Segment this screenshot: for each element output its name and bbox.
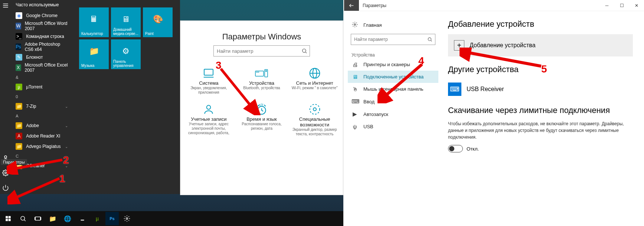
close-button[interactable]: ✕ [629,0,644,11]
app-icon: X [16,64,21,71]
svg-line-36 [12,160,62,169]
annotation-1: 1 [59,173,65,185]
sidebar-section-heading: Устройства [348,50,438,58]
window-title: Параметры [359,3,386,8]
taskbar-app-chrome[interactable]: 🌐 [61,212,74,225]
hamburger-icon[interactable] [2,2,10,10]
start-tile[interactable]: 🎨Paint [143,7,173,37]
letter-heading[interactable]: A [12,112,72,120]
device-label: USB Receiver [467,86,504,93]
taskbar-app-explorer[interactable]: 📁 [46,212,59,225]
svg-point-4 [5,172,7,174]
taskbar-app-utorrent[interactable]: µ [91,212,104,225]
app-icon: 📁 [16,103,22,110]
svg-rect-27 [9,219,11,221]
content-heading-metered: Скачивание через лимитные подключения [448,106,633,115]
keyboard-icon: ⌨ [448,83,461,96]
chevron-down-icon: ⌄ [65,104,68,109]
app-label: Adobe Photoshop CS6 x64 [25,42,68,52]
sidebar-home[interactable]: Главная [348,19,438,32]
chevron-down-icon: ⌄ [65,145,68,149]
app-row[interactable]: ✎Блокнот [12,52,72,62]
svg-point-23 [313,108,316,111]
sidebar-item[interactable]: ψUSB [348,120,438,133]
toggle-switch-off[interactable] [448,145,463,152]
svg-rect-25 [9,216,11,218]
taskbar-app-minimize[interactable] [76,212,89,225]
svg-line-29 [24,220,25,221]
settings-home-search[interactable] [213,45,310,56]
app-icon: ✎ [16,54,22,61]
task-view-button[interactable] [31,212,45,225]
start-tile[interactable]: 🖥Домашний медиа-серве... [111,7,141,37]
device-row[interactable]: ⌨ USB Receiver [448,80,633,99]
tile-icon: ⚙ [121,46,131,56]
app-label: Adobe [26,123,39,128]
search-icon [299,46,310,56]
sidebar-item-icon: 🖱 [352,86,358,92]
app-icon: 📁 [16,143,22,150]
minimize-button[interactable]: ─ [599,0,614,11]
sidebar-item-icon: ⌨ [352,98,358,105]
category-title: Специальные возможности [289,116,340,127]
app-row[interactable]: WMicrosoft Office Word 2007 [12,21,72,31]
settings-category[interactable]: Специальные возможностиЭкранный диктор, … [288,100,341,139]
app-label: Блокнот [26,55,43,60]
settings-home-title: Параметры Windows [180,32,343,42]
metered-toggle[interactable]: Откл. [448,145,633,152]
svg-rect-24 [6,216,8,218]
sidebar-search[interactable] [351,34,435,45]
app-row[interactable]: µµTorrent [12,82,72,92]
start-tile[interactable]: 📁Музыка [79,39,109,69]
taskbar-app-settings[interactable] [120,212,134,225]
sidebar-item-icon: ψ [352,123,358,130]
sidebar-item-icon: ▶ [352,111,358,117]
app-icon: 📁 [16,122,22,129]
letter-heading[interactable]: & [12,73,72,82]
app-label: Advego Plagiatus [26,144,61,149]
app-row[interactable]: XMicrosoft Office Excel 2007 [12,62,72,73]
app-row[interactable]: AAdobe Reader XI [12,131,72,141]
frequent-heading: Часто используемые [12,0,72,10]
search-button[interactable] [16,212,30,225]
letter-heading[interactable]: 0 [12,92,72,101]
category-subtitle: Распознавание голоса, регион, дата [236,122,287,131]
tile-icon: 📁 [89,46,99,56]
svg-point-15 [265,71,267,72]
annotation-4: 4 [418,55,424,67]
start-button[interactable] [1,212,15,225]
settings-sidebar: Главная Устройства 🖨Принтеры и сканеры🖥П… [344,11,441,226]
window-titlebar: Параметры ─ ☐ ✕ [344,0,644,11]
toggle-label: Откл. [467,146,479,152]
app-row[interactable]: 📁Advego Plagiatus⌄ [12,141,72,152]
content-heading-add: Добавление устройств [448,19,633,29]
app-icon: ◉ [16,12,22,19]
app-row[interactable]: 📁Adobe⌄ [12,120,72,131]
svg-point-39 [354,24,356,25]
settings-category[interactable]: Сеть и ИнтернетWi-Fi, режим " в самолете… [288,64,341,98]
home-icon [352,22,358,29]
tile-label: Домашний медиа-серве... [113,28,138,36]
app-row[interactable]: >_Командная строка [12,31,72,42]
sidebar-item[interactable]: ▶Автозапуск [348,108,438,120]
category-subtitle: Wi-Fi, режим " в самолете" [289,86,340,90]
back-button[interactable] [344,0,359,11]
maximize-button[interactable]: ☐ [614,0,629,11]
tile-label: Музыка [81,64,107,68]
app-row[interactable]: 📁7-Zip⌄ [12,101,72,112]
app-label: Microsoft Office Excel 2007 [25,62,68,73]
svg-rect-30 [35,217,40,220]
settings-home-search-input[interactable] [214,46,299,56]
taskbar-app-photoshop[interactable]: Ps [105,212,119,225]
settings-content: Добавление устройств + Добавление устрой… [441,11,644,226]
tile-icon: 🎨 [153,14,163,25]
start-tiles: 🖩Калькулятор🖥Домашний медиа-серве...🎨Pai… [72,0,180,194]
sidebar-search-input[interactable] [351,34,425,45]
start-tile[interactable]: ⚙Панель управления [111,39,141,69]
tile-icon: 🖥 [121,14,131,25]
app-row[interactable]: ◉Google Chrome [12,10,72,21]
app-row[interactable]: PsAdobe Photoshop CS6 x64 [12,42,72,52]
search-icon [425,34,435,45]
tile-label: Панель управления [113,59,138,68]
start-tile[interactable]: 🖩Калькулятор [79,7,109,37]
